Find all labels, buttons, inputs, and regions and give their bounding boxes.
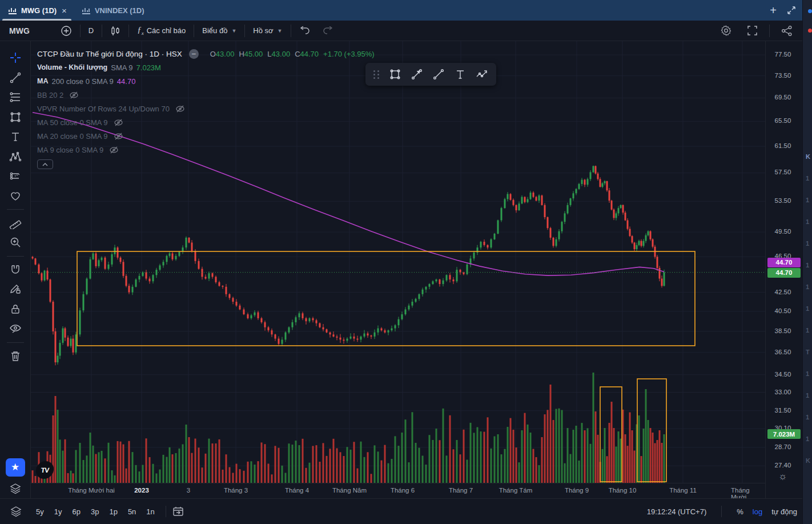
zoom-in-tool-button[interactable]	[5, 233, 26, 252]
calendar-arrow-icon	[172, 506, 184, 517]
price-tick: 65.50	[766, 117, 800, 124]
interval-button[interactable]: D	[83, 23, 99, 39]
eye-slash-icon[interactable]	[114, 133, 123, 140]
gear-icon	[720, 25, 732, 37]
close-tab-icon[interactable]: ×	[62, 6, 67, 15]
clipped-panel-glyph: K	[806, 457, 810, 464]
indicators-button[interactable]: ƒx Các chỉ báo	[131, 23, 191, 39]
lock-icon	[9, 303, 22, 315]
eye-slash-icon[interactable]	[69, 91, 79, 99]
redo-button[interactable]	[316, 23, 339, 39]
ruler-tool-button[interactable]	[5, 213, 26, 233]
time-axis[interactable]: Tháng Mười hai20233Tháng 3Tháng 4Tháng N…	[31, 483, 765, 498]
legend-row-bb[interactable]: BB 20 2	[37, 88, 375, 102]
range-1y-button[interactable]: 1y	[49, 505, 67, 518]
time-tick[interactable]: Tháng 6	[391, 487, 415, 494]
symbol-title[interactable]: CTCP Đầu tư Thế giới Di động · 1D · HSX	[37, 50, 182, 58]
time-tick[interactable]: Tháng Năm	[332, 487, 367, 494]
tab-vnindex[interactable]: VNINDEX (1D)	[74, 0, 151, 21]
drawing-mode-button[interactable]	[5, 279, 26, 299]
symbol-button[interactable]: MWG	[0, 26, 30, 35]
time-tick[interactable]: 3	[187, 487, 190, 494]
polyline-tool-button[interactable]	[472, 65, 492, 83]
clipped-panel-glyph: K	[806, 153, 810, 160]
time-tick[interactable]: Tháng 3	[224, 487, 248, 494]
pattern-tool-button[interactable]	[5, 146, 26, 166]
emoji-tool-button[interactable]	[5, 186, 26, 205]
price-axis[interactable]: 44.70 44.70 7.023M ☼ 77.5073.5069.5065.5…	[765, 41, 802, 498]
time-tick[interactable]: Tháng Tám	[499, 487, 533, 494]
range-6m-button[interactable]: 6p	[67, 505, 85, 518]
ma200-price-badge: 44.70	[767, 258, 801, 267]
tab-bar: MWG (1D) × VNINDEX (1D) +	[0, 0, 812, 21]
add-tab-icon[interactable]: +	[770, 5, 777, 16]
eye-slash-icon[interactable]	[109, 146, 119, 154]
compare-button[interactable]	[55, 23, 78, 39]
trendline-tool-button[interactable]	[5, 67, 26, 87]
chart-pane[interactable]: CTCP Đầu tư Thế giới Di động · 1D · HSX …	[31, 41, 765, 483]
eye-slash-icon[interactable]	[175, 105, 185, 113]
time-tick[interactable]: Tháng Mười hai	[68, 487, 115, 494]
fx-icon: ƒx	[137, 25, 144, 36]
time-tick[interactable]: Tháng 7	[449, 487, 473, 494]
object-tree-bottom-button[interactable]	[9, 505, 23, 518]
clock-label[interactable]: 19:12:24 (UTC+7)	[647, 507, 706, 516]
share-button[interactable]	[775, 23, 798, 39]
lock-drawings-button[interactable]	[5, 299, 26, 319]
fib-tool-button[interactable]	[5, 87, 26, 107]
range-5d-button[interactable]: 5n	[123, 505, 141, 518]
legend-row-ma9[interactable]: MA 9 close 0 SMA 9	[37, 143, 375, 157]
time-tick[interactable]: Tháng 4	[285, 487, 309, 494]
text-tool-button[interactable]	[451, 65, 470, 83]
legend-row-ma50[interactable]: MA 50 close 0 SMA 9	[37, 115, 375, 129]
forecast-tool-button[interactable]	[5, 166, 26, 186]
hide-drawings-button[interactable]	[5, 319, 26, 338]
range-1m-button[interactable]: 1p	[104, 505, 122, 518]
time-tick[interactable]: Tháng 9	[565, 487, 589, 494]
fullscreen-button[interactable]	[741, 23, 763, 39]
auto-scale-button[interactable]: tự động	[771, 507, 797, 516]
log-scale-button[interactable]: log	[753, 507, 762, 516]
drag-handle-icon[interactable]	[373, 70, 380, 79]
expand-icon[interactable]	[787, 6, 796, 15]
settings-button[interactable]	[714, 23, 738, 39]
trendline-tool-button[interactable]	[429, 65, 448, 83]
undo-button[interactable]	[294, 23, 316, 39]
time-tick[interactable]: 2023	[134, 487, 149, 494]
go-to-date-button[interactable]	[172, 506, 184, 517]
chart-style-button[interactable]	[104, 23, 126, 39]
remove-drawings-button[interactable]	[5, 346, 26, 366]
rectangle-tool-button[interactable]	[385, 65, 405, 83]
crosshair-tool-button[interactable]	[5, 48, 26, 67]
eye-slash-icon[interactable]	[114, 119, 123, 126]
legend-row-vpvr[interactable]: VPVR Number Of Rows 24 Up/Down 70	[37, 102, 375, 115]
range-1d-button[interactable]: 1n	[141, 505, 159, 518]
shapes-tool-button[interactable]	[5, 107, 26, 126]
arrow-tool-button[interactable]	[407, 65, 427, 83]
theme-sun-icon[interactable]: ☼	[778, 471, 787, 482]
time-tick[interactable]: Tháng 11	[669, 487, 697, 494]
text-tool-button[interactable]	[5, 127, 26, 146]
tab-mwg[interactable]: MWG (1D) ×	[0, 0, 74, 21]
legend-collapse-circle-icon[interactable]: –	[189, 49, 199, 59]
profile-menu-button[interactable]: Hồ sơ▼	[247, 23, 288, 39]
range-5y-button[interactable]: 5y	[31, 505, 49, 518]
favorites-star-button[interactable]: ★	[6, 458, 25, 477]
range-3m-button[interactable]: 3p	[86, 505, 104, 518]
legend-row-ma20[interactable]: MA 20 close 0 SMA 9	[37, 129, 375, 143]
magnet-mode-button[interactable]	[5, 260, 26, 279]
price-tick: 33.00	[766, 389, 800, 395]
time-tick[interactable]: Tháng 10	[609, 487, 637, 494]
percent-scale-button[interactable]: %	[737, 507, 743, 516]
right-panel-edge[interactable]: K11111111T1111K	[802, 0, 812, 524]
trendline-icon	[432, 68, 445, 81]
undo-icon	[299, 26, 311, 35]
layout-menu-button[interactable]: Biểu đồ▼	[196, 23, 242, 39]
legend-collapse-button[interactable]	[37, 159, 53, 169]
object-tree-button[interactable]	[5, 479, 26, 498]
volume-value: 7.023M	[136, 63, 161, 72]
legend-row-volume[interactable]: Volume - Khối lượng SMA 9 7.023M	[37, 61, 375, 74]
legend-row-ma200[interactable]: MA 200 close 0 SMA 9 44.70	[37, 74, 375, 88]
legend: CTCP Đầu tư Thế giới Di động · 1D · HSX …	[37, 47, 375, 169]
heart-icon	[9, 190, 22, 202]
